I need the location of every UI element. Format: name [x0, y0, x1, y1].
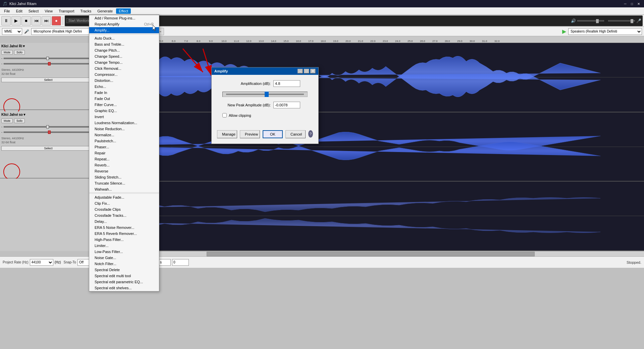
effect-repeat[interactable]: Repeat... [89, 156, 159, 162]
effect-spectral-multi-tool[interactable]: Spectral edit multi tool [89, 273, 159, 279]
track-1-select[interactable]: Select [1, 78, 95, 82]
effect-delay[interactable]: Delay... [89, 218, 159, 225]
menu-effect[interactable]: Effect [116, 8, 131, 14]
effect-reverb[interactable]: Reverb... [89, 162, 159, 168]
effect-reverse[interactable]: Reverse [89, 168, 159, 174]
amplification-input[interactable] [273, 80, 300, 87]
title-bar-controls: ─ □ ✕ [623, 1, 641, 6]
effect-crossfade-tracks[interactable]: Crossfade Tracks... [89, 212, 159, 218]
audio-host-select[interactable]: MME [2, 28, 22, 35]
effect-fade-out[interactable]: Fade Out [89, 96, 159, 102]
effect-limiter[interactable]: Limiter... [89, 243, 159, 249]
effect-adjustable-fade[interactable]: Adjustable Fade... [89, 194, 159, 200]
effect-repeat-amplify[interactable]: Repeat Amplify Ctrl+R [89, 21, 159, 27]
effect-high-pass-filter[interactable]: High-Pass Filter... [89, 237, 159, 243]
title-bar-left: 🎵 Klici Jahvi Ritam [3, 2, 37, 6]
effect-change-tempo[interactable]: Change Tempo... [89, 59, 159, 65]
peak-amplitude-input[interactable] [273, 102, 300, 108]
menu-view[interactable]: View [42, 8, 55, 14]
skip-forward-button[interactable]: ⏭ [42, 16, 51, 26]
menu-generate[interactable]: Generate [95, 8, 115, 14]
effect-normalize[interactable]: Normalize... [89, 132, 159, 138]
effect-low-pass-filter[interactable]: Low-Pass Filter... [89, 249, 159, 255]
stop-button[interactable]: ■ [21, 16, 31, 26]
effect-compressor[interactable]: Compressor... [89, 71, 159, 78]
dialog-close-button[interactable]: ✕ [310, 69, 316, 73]
track-2-pan-left: - [1, 131, 2, 134]
app-icon: 🎵 [3, 2, 7, 6]
track-3-waveform[interactable] [97, 182, 644, 251]
effect-truncate-silence[interactable]: Truncate Silence... [89, 180, 159, 186]
effect-amplify[interactable]: Amplify... [89, 27, 159, 33]
track-2-mute[interactable]: Mute [1, 118, 13, 123]
help-button[interactable]: ? [308, 130, 313, 138]
effect-noise-gate[interactable]: Noise Gate... [89, 255, 159, 261]
allow-clipping-row: Allow clipping [217, 112, 313, 119]
effect-distortion[interactable]: Distortion... [89, 78, 159, 84]
effect-phaser[interactable]: Phaser... [89, 144, 159, 150]
allow-clipping-checkbox[interactable] [222, 113, 227, 117]
manage-button[interactable]: Manage [217, 130, 237, 138]
ok-button[interactable]: OK [263, 130, 283, 138]
track-2-solo[interactable]: Solo [14, 118, 25, 123]
effect-graphic-eq[interactable]: Graphic EQ... [89, 108, 159, 114]
effect-invert[interactable]: Invert [89, 114, 159, 120]
waveform-area: 1.0 0.5 0.0 -0.5 -1.0 [97, 43, 644, 251]
skip-back-button[interactable]: ⏮ [32, 16, 41, 26]
effect-echo[interactable]: Echo... [89, 84, 159, 90]
title-bar: 🎵 Klici Jahvi Ritam ─ □ ✕ [0, 0, 644, 7]
effect-add-remove-plugins[interactable]: Add / Remove Plug-ins... [89, 15, 159, 21]
effect-bass-treble[interactable]: Bass and Treble... [89, 41, 159, 47]
menu-tracks[interactable]: Tracks [78, 8, 94, 14]
effect-spectral-delete[interactable]: Spectral Delete [89, 267, 159, 273]
effect-loudness-normalization[interactable]: Loudness Normalization... [89, 120, 159, 126]
effect-fade-in[interactable]: Fade In [89, 90, 159, 96]
play-button[interactable]: ▶ [11, 16, 21, 26]
menu-select[interactable]: Select [26, 8, 42, 14]
track-1-solo[interactable]: Solo [14, 50, 25, 55]
menu-transport[interactable]: Transport [56, 8, 77, 14]
scroll-thumb[interactable] [207, 252, 535, 256]
track-3-header [0, 179, 97, 239]
menu-file[interactable]: File [1, 8, 13, 14]
effect-notch-filter[interactable]: Notch Filter... [89, 261, 159, 267]
effect-filter-curve[interactable]: Filter Curve... [89, 102, 159, 108]
cancel-button[interactable]: Cancel [285, 130, 306, 138]
selection-end-input[interactable] [172, 259, 189, 266]
effect-spectral-parametric-eq[interactable]: Spectral edit parametric EQ... [89, 279, 159, 285]
effect-click-removal[interactable]: Click Removal... [89, 65, 159, 71]
close-button[interactable]: ✕ [636, 1, 641, 6]
slider-thumb[interactable] [265, 92, 269, 97]
effect-wahwah[interactable]: Wahwah... [89, 186, 159, 192]
effect-repair[interactable]: Repair [89, 150, 159, 156]
pause-button[interactable]: ⏸ [1, 16, 11, 26]
effect-era5-reverb[interactable]: ERA 5 Reverb Remover... [89, 231, 159, 237]
horizontal-scrollbar[interactable] [97, 251, 644, 256]
dialog-minimize-button[interactable]: ─ [298, 69, 303, 73]
track-1-waveform[interactable]: 1.0 0.5 0.0 -0.5 -1.0 [97, 43, 644, 112]
maximize-button[interactable]: □ [629, 1, 635, 6]
track-2-waveform[interactable]: 1.0 0.5 0.0 -0.5 -1.0 [97, 112, 644, 182]
track-1-mute[interactable]: Mute [1, 50, 13, 55]
volume-slider-area[interactable]: 🔊 🎤 [571, 18, 641, 23]
effect-noise-reduction[interactable]: Noise Reduction... [89, 126, 159, 132]
effect-change-pitch[interactable]: Change Pitch... [89, 47, 159, 53]
effect-paulstretch[interactable]: Paulstretch... [89, 138, 159, 144]
menu-edit[interactable]: Edit [13, 8, 25, 14]
effect-spectral-shelves[interactable]: Spectral edit shelves... [89, 285, 159, 291]
effect-clip-fix[interactable]: Clip Fix... [89, 200, 159, 206]
amplify-slider[interactable] [222, 92, 308, 97]
record-button[interactable]: ● [52, 16, 61, 26]
effect-sliding-stretch[interactable]: Sliding Stretch... [89, 174, 159, 180]
dialog-maximize-button[interactable]: □ [304, 69, 309, 73]
track-2-select[interactable]: Select [1, 146, 95, 151]
preview-button[interactable]: Preview [240, 130, 260, 138]
project-rate-select[interactable]: 44100 [30, 259, 53, 266]
minimize-button[interactable]: ─ [623, 1, 628, 6]
effect-crossfade-clips[interactable]: Crossfade Clips [89, 206, 159, 212]
effect-auto-duck[interactable]: Auto Duck... [89, 35, 159, 41]
effect-change-speed[interactable]: Change Speed... [89, 53, 159, 59]
output-device-select[interactable]: Speakers (Realtek High Definiti [568, 28, 642, 35]
effect-era5-noise[interactable]: ERA 5 Noise Remover... [89, 225, 159, 231]
track-2-bitdepth: 32-bit float [1, 141, 95, 144]
